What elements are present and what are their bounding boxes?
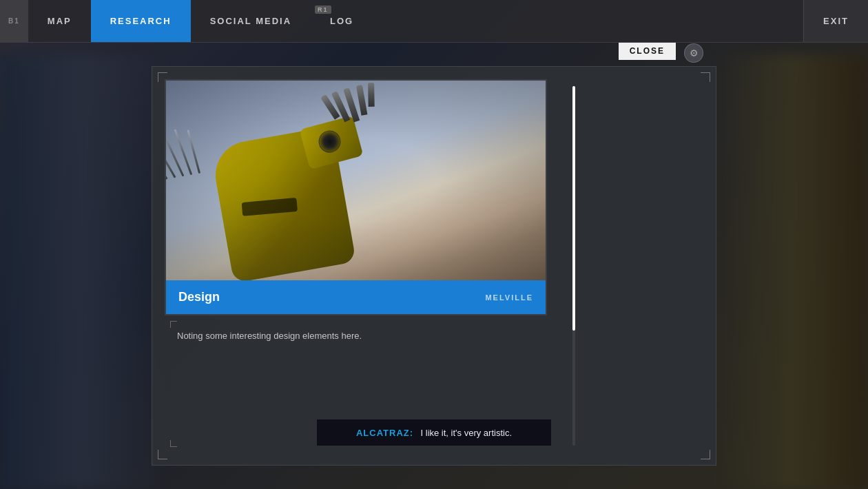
corner-tr (701, 72, 710, 82)
desc-corner-tl (170, 321, 177, 328)
sidebar-item-social-media[interactable]: SOCIAL MEDIA (191, 0, 311, 42)
sidebar-item-log[interactable]: R1 LOG (311, 0, 373, 42)
left-badge-label: B1 (8, 17, 20, 25)
settings-icon[interactable]: ⚙ (684, 43, 703, 63)
subtitle-text: I like it, it's very artistic. (421, 428, 513, 438)
image-vignette (166, 81, 546, 280)
navbar: B1 MAP RESEARCH SOCIAL MEDIA R1 LOG EXIT (0, 0, 868, 43)
sidebar-item-map[interactable]: MAP (28, 0, 91, 42)
image-container (166, 81, 546, 280)
modal-inner: Design MELVILLE Noting some interesting … (152, 67, 716, 465)
main-content: CLOSE ⚙ (0, 43, 868, 489)
subtitle-speaker: ALCATRAZ: (356, 428, 413, 438)
scrollbar-track[interactable] (572, 86, 575, 446)
research-nav-label: RESEARCH (110, 16, 172, 26)
modal-left-panel: Design MELVILLE Noting some interesting … (165, 79, 564, 452)
card-author: MELVILLE (485, 293, 533, 302)
scrollbar-thumb (572, 86, 575, 331)
sidebar-item-research[interactable]: RESEARCH (91, 0, 191, 42)
image-art (166, 81, 546, 280)
close-button[interactable]: CLOSE (619, 42, 676, 60)
log-nav-label: LOG (330, 16, 353, 26)
image-card: Design MELVILLE (165, 79, 547, 315)
modal-panel: CLOSE ⚙ (152, 66, 716, 466)
info-bar: Design MELVILLE (166, 280, 546, 314)
nav-badge-left: B1 (0, 0, 28, 42)
corner-br (701, 450, 710, 459)
exit-button[interactable]: EXIT (803, 0, 868, 42)
subtitle-bar: ALCATRAZ: I like it, it's very artistic. (317, 419, 551, 446)
description-text: Noting some interesting design elements … (177, 329, 552, 344)
scrollbar-area[interactable] (564, 79, 583, 452)
card-title: Design (178, 290, 220, 304)
social-media-nav-label: SOCIAL MEDIA (210, 16, 291, 26)
log-nav-badge: R1 (315, 6, 331, 14)
map-nav-label: MAP (48, 16, 72, 26)
desc-corner-bl (170, 440, 177, 447)
exit-label: EXIT (823, 16, 849, 26)
